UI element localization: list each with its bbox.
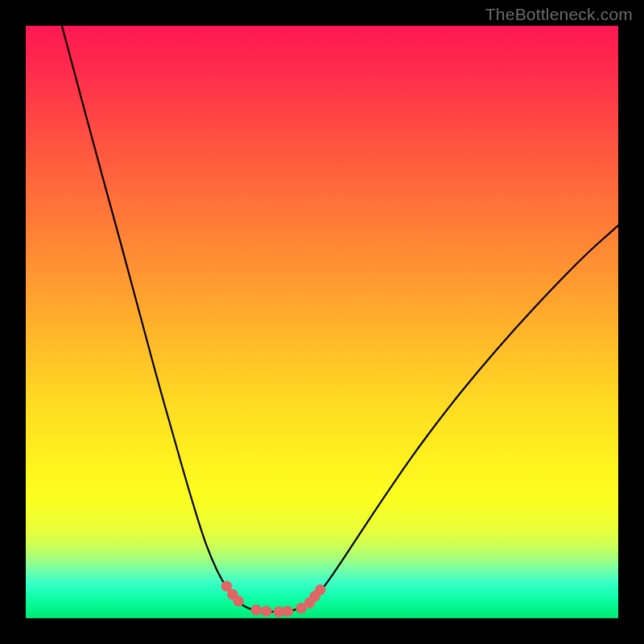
marker-group (221, 581, 326, 617)
plot-area (26, 26, 618, 618)
data-marker (233, 596, 244, 607)
bottleneck-curve-chart (26, 26, 618, 618)
data-marker (315, 584, 326, 596)
data-marker (251, 605, 262, 616)
watermark-text: TheBottleneck.com (485, 5, 633, 24)
data-marker (261, 605, 272, 617)
chart-frame: TheBottleneck.com (0, 0, 644, 644)
curve-line-group (62, 26, 618, 612)
curve-path (62, 26, 618, 612)
data-marker (283, 605, 294, 617)
